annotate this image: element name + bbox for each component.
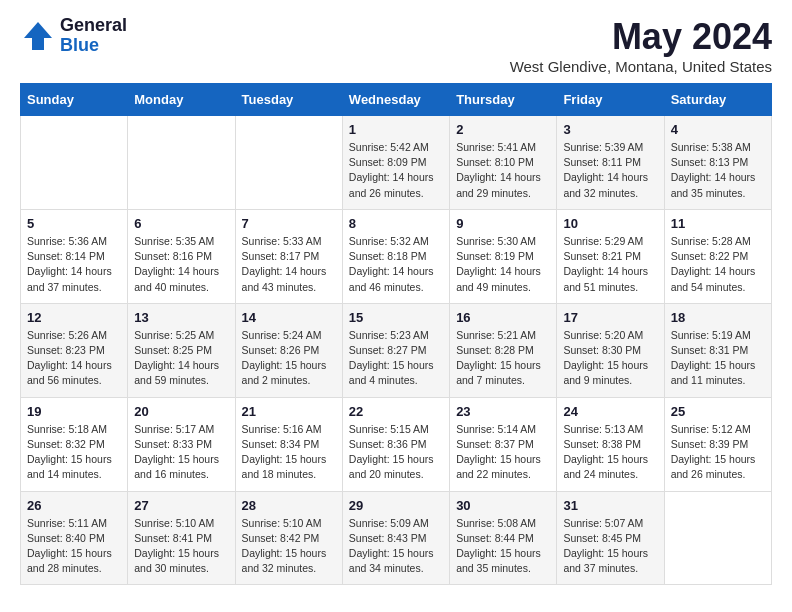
day-number: 1: [349, 122, 443, 137]
day-info: Sunrise: 5:32 AM Sunset: 8:18 PM Dayligh…: [349, 234, 443, 295]
calendar-cell: 18Sunrise: 5:19 AM Sunset: 8:31 PM Dayli…: [664, 303, 771, 397]
day-number: 20: [134, 404, 228, 419]
day-info: Sunrise: 5:18 AM Sunset: 8:32 PM Dayligh…: [27, 422, 121, 483]
day-number: 19: [27, 404, 121, 419]
weekday-header-saturday: Saturday: [664, 84, 771, 116]
day-number: 27: [134, 498, 228, 513]
calendar-cell: 2Sunrise: 5:41 AM Sunset: 8:10 PM Daylig…: [450, 116, 557, 210]
calendar-cell: 22Sunrise: 5:15 AM Sunset: 8:36 PM Dayli…: [342, 397, 449, 491]
day-info: Sunrise: 5:08 AM Sunset: 8:44 PM Dayligh…: [456, 516, 550, 577]
day-number: 10: [563, 216, 657, 231]
day-number: 6: [134, 216, 228, 231]
calendar-cell: 23Sunrise: 5:14 AM Sunset: 8:37 PM Dayli…: [450, 397, 557, 491]
day-number: 26: [27, 498, 121, 513]
calendar-cell: 28Sunrise: 5:10 AM Sunset: 8:42 PM Dayli…: [235, 491, 342, 585]
day-number: 16: [456, 310, 550, 325]
day-number: 8: [349, 216, 443, 231]
calendar-cell: [235, 116, 342, 210]
calendar-cell: 14Sunrise: 5:24 AM Sunset: 8:26 PM Dayli…: [235, 303, 342, 397]
day-number: 30: [456, 498, 550, 513]
day-info: Sunrise: 5:14 AM Sunset: 8:37 PM Dayligh…: [456, 422, 550, 483]
day-info: Sunrise: 5:10 AM Sunset: 8:41 PM Dayligh…: [134, 516, 228, 577]
calendar-cell: 16Sunrise: 5:21 AM Sunset: 8:28 PM Dayli…: [450, 303, 557, 397]
day-info: Sunrise: 5:09 AM Sunset: 8:43 PM Dayligh…: [349, 516, 443, 577]
weekday-header-monday: Monday: [128, 84, 235, 116]
weekday-header-tuesday: Tuesday: [235, 84, 342, 116]
day-info: Sunrise: 5:19 AM Sunset: 8:31 PM Dayligh…: [671, 328, 765, 389]
calendar-table: SundayMondayTuesdayWednesdayThursdayFrid…: [20, 83, 772, 585]
calendar-cell: 7Sunrise: 5:33 AM Sunset: 8:17 PM Daylig…: [235, 209, 342, 303]
day-info: Sunrise: 5:39 AM Sunset: 8:11 PM Dayligh…: [563, 140, 657, 201]
weekday-header-sunday: Sunday: [21, 84, 128, 116]
calendar-cell: 15Sunrise: 5:23 AM Sunset: 8:27 PM Dayli…: [342, 303, 449, 397]
day-number: 12: [27, 310, 121, 325]
day-info: Sunrise: 5:38 AM Sunset: 8:13 PM Dayligh…: [671, 140, 765, 201]
day-info: Sunrise: 5:07 AM Sunset: 8:45 PM Dayligh…: [563, 516, 657, 577]
day-info: Sunrise: 5:35 AM Sunset: 8:16 PM Dayligh…: [134, 234, 228, 295]
day-number: 14: [242, 310, 336, 325]
calendar-cell: 13Sunrise: 5:25 AM Sunset: 8:25 PM Dayli…: [128, 303, 235, 397]
day-info: Sunrise: 5:12 AM Sunset: 8:39 PM Dayligh…: [671, 422, 765, 483]
weekday-header-row: SundayMondayTuesdayWednesdayThursdayFrid…: [21, 84, 772, 116]
calendar-cell: 21Sunrise: 5:16 AM Sunset: 8:34 PM Dayli…: [235, 397, 342, 491]
day-info: Sunrise: 5:20 AM Sunset: 8:30 PM Dayligh…: [563, 328, 657, 389]
weekday-header-wednesday: Wednesday: [342, 84, 449, 116]
day-info: Sunrise: 5:26 AM Sunset: 8:23 PM Dayligh…: [27, 328, 121, 389]
day-number: 21: [242, 404, 336, 419]
logo-icon: [20, 18, 56, 54]
day-number: 5: [27, 216, 121, 231]
day-info: Sunrise: 5:17 AM Sunset: 8:33 PM Dayligh…: [134, 422, 228, 483]
day-number: 4: [671, 122, 765, 137]
day-number: 17: [563, 310, 657, 325]
calendar-cell: [664, 491, 771, 585]
day-info: Sunrise: 5:33 AM Sunset: 8:17 PM Dayligh…: [242, 234, 336, 295]
calendar-cell: 6Sunrise: 5:35 AM Sunset: 8:16 PM Daylig…: [128, 209, 235, 303]
calendar-cell: 5Sunrise: 5:36 AM Sunset: 8:14 PM Daylig…: [21, 209, 128, 303]
day-number: 25: [671, 404, 765, 419]
calendar-cell: [128, 116, 235, 210]
day-info: Sunrise: 5:30 AM Sunset: 8:19 PM Dayligh…: [456, 234, 550, 295]
day-info: Sunrise: 5:28 AM Sunset: 8:22 PM Dayligh…: [671, 234, 765, 295]
day-number: 24: [563, 404, 657, 419]
calendar-cell: 27Sunrise: 5:10 AM Sunset: 8:41 PM Dayli…: [128, 491, 235, 585]
logo-text: General Blue: [60, 16, 127, 56]
weekday-header-friday: Friday: [557, 84, 664, 116]
day-info: Sunrise: 5:13 AM Sunset: 8:38 PM Dayligh…: [563, 422, 657, 483]
day-number: 28: [242, 498, 336, 513]
calendar-cell: 31Sunrise: 5:07 AM Sunset: 8:45 PM Dayli…: [557, 491, 664, 585]
day-info: Sunrise: 5:25 AM Sunset: 8:25 PM Dayligh…: [134, 328, 228, 389]
calendar-cell: 20Sunrise: 5:17 AM Sunset: 8:33 PM Dayli…: [128, 397, 235, 491]
day-info: Sunrise: 5:16 AM Sunset: 8:34 PM Dayligh…: [242, 422, 336, 483]
week-row-5: 26Sunrise: 5:11 AM Sunset: 8:40 PM Dayli…: [21, 491, 772, 585]
weekday-header-thursday: Thursday: [450, 84, 557, 116]
calendar-cell: 24Sunrise: 5:13 AM Sunset: 8:38 PM Dayli…: [557, 397, 664, 491]
day-number: 18: [671, 310, 765, 325]
calendar-cell: 12Sunrise: 5:26 AM Sunset: 8:23 PM Dayli…: [21, 303, 128, 397]
week-row-2: 5Sunrise: 5:36 AM Sunset: 8:14 PM Daylig…: [21, 209, 772, 303]
week-row-1: 1Sunrise: 5:42 AM Sunset: 8:09 PM Daylig…: [21, 116, 772, 210]
calendar-cell: 30Sunrise: 5:08 AM Sunset: 8:44 PM Dayli…: [450, 491, 557, 585]
calendar-cell: 3Sunrise: 5:39 AM Sunset: 8:11 PM Daylig…: [557, 116, 664, 210]
calendar-cell: 10Sunrise: 5:29 AM Sunset: 8:21 PM Dayli…: [557, 209, 664, 303]
day-number: 7: [242, 216, 336, 231]
day-number: 13: [134, 310, 228, 325]
day-info: Sunrise: 5:42 AM Sunset: 8:09 PM Dayligh…: [349, 140, 443, 201]
day-info: Sunrise: 5:41 AM Sunset: 8:10 PM Dayligh…: [456, 140, 550, 201]
logo: General Blue: [20, 16, 127, 56]
calendar-cell: 25Sunrise: 5:12 AM Sunset: 8:39 PM Dayli…: [664, 397, 771, 491]
month-title: May 2024: [510, 16, 772, 58]
header: General Blue May 2024 West Glendive, Mon…: [20, 16, 772, 75]
calendar-cell: 8Sunrise: 5:32 AM Sunset: 8:18 PM Daylig…: [342, 209, 449, 303]
day-info: Sunrise: 5:36 AM Sunset: 8:14 PM Dayligh…: [27, 234, 121, 295]
day-number: 11: [671, 216, 765, 231]
calendar-cell: 26Sunrise: 5:11 AM Sunset: 8:40 PM Dayli…: [21, 491, 128, 585]
day-number: 31: [563, 498, 657, 513]
title-area: May 2024 West Glendive, Montana, United …: [510, 16, 772, 75]
day-info: Sunrise: 5:10 AM Sunset: 8:42 PM Dayligh…: [242, 516, 336, 577]
day-number: 29: [349, 498, 443, 513]
calendar-cell: 9Sunrise: 5:30 AM Sunset: 8:19 PM Daylig…: [450, 209, 557, 303]
day-number: 15: [349, 310, 443, 325]
day-number: 23: [456, 404, 550, 419]
calendar-cell: 11Sunrise: 5:28 AM Sunset: 8:22 PM Dayli…: [664, 209, 771, 303]
day-info: Sunrise: 5:15 AM Sunset: 8:36 PM Dayligh…: [349, 422, 443, 483]
